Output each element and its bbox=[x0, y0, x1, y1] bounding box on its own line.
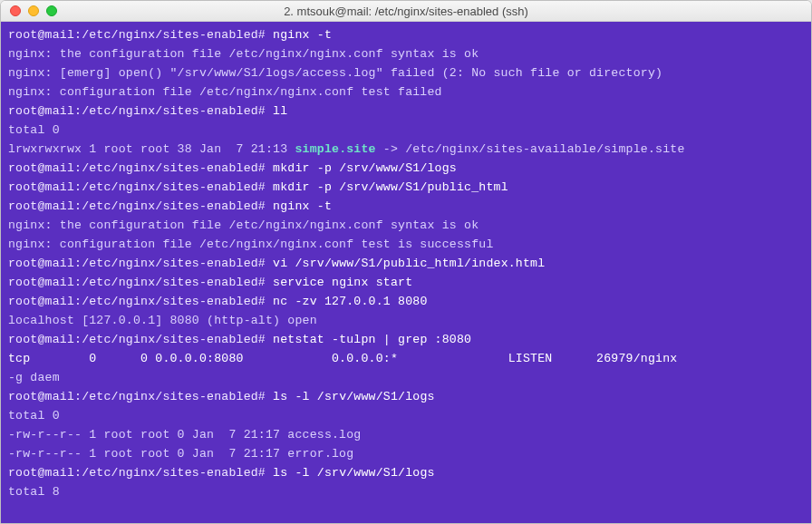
ls-entry-perms: lrwxrwxrwx 1 root root 38 Jan 7 21:13 bbox=[8, 142, 295, 156]
shell-command: mkdir -p /srv/www/S1/logs bbox=[273, 161, 457, 175]
terminal-command-line: root@mail:/etc/nginx/sites-enabled# ls -… bbox=[8, 463, 804, 482]
terminal-command-line: root@mail:/etc/nginx/sites-enabled# nc -… bbox=[8, 292, 804, 311]
shell-prompt: root@mail:/etc/nginx/sites-enabled# bbox=[8, 333, 266, 346]
shell-prompt: root@mail:/etc/nginx/sites-enabled# bbox=[8, 28, 266, 42]
terminal-output-line: lrwxrwxrwx 1 root root 38 Jan 7 21:13 si… bbox=[8, 140, 804, 159]
shell-command: ll bbox=[273, 104, 287, 118]
terminal-output: nginx: the configuration file /etc/nginx… bbox=[8, 218, 478, 232]
symlink-name: simple.site bbox=[295, 142, 375, 156]
netstat-line: tcp 0 0 0.0.0.0:8080 0.0.0.0:* LISTEN 26… bbox=[8, 352, 684, 365]
shell-command: service nginx start bbox=[273, 276, 412, 289]
window-title: 2. mtsouk@mail: /etc/nginx/sites-enabled… bbox=[1, 2, 811, 21]
shell-prompt: root@mail:/etc/nginx/sites-enabled# bbox=[8, 466, 266, 480]
shell-command: ls -l /srv/www/S1/logs bbox=[273, 390, 435, 403]
minimize-icon[interactable] bbox=[28, 5, 39, 16]
shell-prompt: root@mail:/etc/nginx/sites-enabled# bbox=[8, 180, 266, 194]
terminal-command-line: root@mail:/etc/nginx/sites-enabled# mkdi… bbox=[8, 159, 804, 178]
terminal-output: total 0 bbox=[8, 409, 60, 422]
terminal-output: -rw-r--r-- 1 root root 0 Jan 7 21:17 acc… bbox=[8, 428, 361, 442]
terminal-output: nginx: configuration file /etc/nginx/ngi… bbox=[8, 85, 442, 99]
terminal-output: -rw-r--r-- 1 root root 0 Jan 7 21:17 err… bbox=[8, 447, 353, 461]
shell-prompt: root@mail:/etc/nginx/sites-enabled# bbox=[8, 257, 266, 270]
symlink-target: -> /etc/nginx/sites-available/simple.sit… bbox=[376, 142, 685, 156]
terminal-output-line: nginx: the configuration file /etc/nginx… bbox=[8, 216, 804, 235]
terminal-body[interactable]: root@mail:/etc/nginx/sites-enabled# ngin… bbox=[1, 22, 811, 523]
shell-prompt: root@mail:/etc/nginx/sites-enabled# bbox=[8, 104, 266, 118]
shell-prompt: root@mail:/etc/nginx/sites-enabled# bbox=[8, 161, 266, 175]
terminal-output: nginx: the configuration file /etc/nginx… bbox=[8, 47, 478, 61]
terminal-output: localhost [127.0.0.1] 8080 (http-alt) op… bbox=[8, 314, 317, 327]
terminal-output-line: -rw-r--r-- 1 root root 0 Jan 7 21:17 err… bbox=[8, 444, 804, 463]
terminal-command-line: root@mail:/etc/nginx/sites-enabled# nets… bbox=[8, 330, 804, 349]
terminal-output-line: nginx: configuration file /etc/nginx/ngi… bbox=[8, 235, 804, 254]
terminal-output-line: total 0 bbox=[8, 121, 804, 140]
shell-command: nginx -t bbox=[273, 28, 332, 42]
terminal-output-line: tcp 0 0 0.0.0.0:8080 0.0.0.0:* LISTEN 26… bbox=[8, 349, 804, 368]
terminal-output: total 0 bbox=[8, 123, 60, 137]
terminal-output-line: nginx: [emerg] open() "/srv/www/S1/logs/… bbox=[8, 63, 804, 82]
terminal-command-line: root@mail:/etc/nginx/sites-enabled# mkdi… bbox=[8, 178, 804, 197]
terminal-output: nginx: configuration file /etc/nginx/ngi… bbox=[8, 238, 494, 251]
terminal-output-line: -g daem bbox=[8, 368, 804, 387]
shell-command: vi /srv/www/S1/public_html/index.html bbox=[273, 257, 545, 270]
terminal-output-line: -rw-r--r-- 1 root root 0 Jan 7 21:17 acc… bbox=[8, 425, 804, 444]
terminal-command-line: root@mail:/etc/nginx/sites-enabled# ngin… bbox=[8, 25, 804, 44]
terminal-command-line: root@mail:/etc/nginx/sites-enabled# ls -… bbox=[8, 387, 804, 406]
terminal-output: -g daem bbox=[8, 371, 60, 384]
titlebar: 2. mtsouk@mail: /etc/nginx/sites-enabled… bbox=[1, 1, 811, 22]
terminal-output-line: localhost [127.0.0.1] 8080 (http-alt) op… bbox=[8, 311, 804, 330]
shell-command: nc -zv 127.0.0.1 8080 bbox=[273, 295, 427, 308]
shell-command: nginx -t bbox=[273, 199, 332, 213]
terminal-output-line: nginx: the configuration file /etc/nginx… bbox=[8, 44, 804, 63]
shell-prompt: root@mail:/etc/nginx/sites-enabled# bbox=[8, 390, 266, 403]
terminal-command-line: root@mail:/etc/nginx/sites-enabled# ngin… bbox=[8, 197, 804, 216]
terminal-command-line: root@mail:/etc/nginx/sites-enabled# vi /… bbox=[8, 254, 804, 273]
shell-prompt: root@mail:/etc/nginx/sites-enabled# bbox=[8, 295, 266, 308]
terminal-command-line: root@mail:/etc/nginx/sites-enabled# serv… bbox=[8, 273, 804, 292]
terminal-output-line: total 0 bbox=[8, 406, 804, 425]
terminal-output: total 8 bbox=[8, 485, 60, 499]
window-controls bbox=[10, 5, 57, 16]
shell-command: netstat -tulpn | grep :8080 bbox=[273, 333, 471, 346]
shell-prompt: root@mail:/etc/nginx/sites-enabled# bbox=[8, 276, 266, 289]
zoom-icon[interactable] bbox=[46, 5, 57, 16]
shell-prompt: root@mail:/etc/nginx/sites-enabled# bbox=[8, 199, 266, 213]
terminal-output: nginx: [emerg] open() "/srv/www/S1/logs/… bbox=[8, 66, 662, 80]
close-icon[interactable] bbox=[10, 5, 21, 16]
terminal-output-line: total 8 bbox=[8, 482, 804, 501]
terminal-output-line: nginx: configuration file /etc/nginx/ngi… bbox=[8, 82, 804, 102]
shell-command: mkdir -p /srv/www/S1/public_html bbox=[273, 180, 508, 194]
terminal-window: 2. mtsouk@mail: /etc/nginx/sites-enabled… bbox=[0, 0, 812, 524]
terminal-command-line: root@mail:/etc/nginx/sites-enabled# ll bbox=[8, 102, 804, 121]
shell-command: ls -l /srv/www/S1/logs bbox=[273, 466, 435, 480]
